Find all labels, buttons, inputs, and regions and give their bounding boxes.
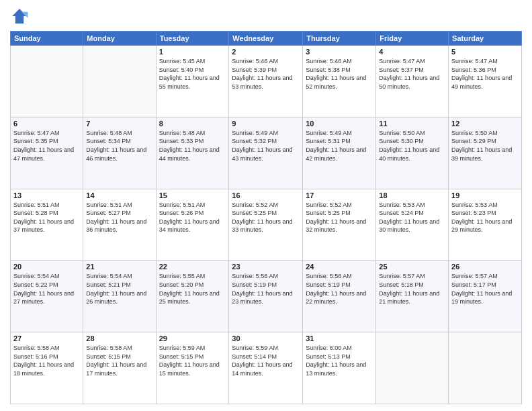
day-info: Sunrise: 5:54 AM Sunset: 5:21 PM Dayligh… <box>86 272 152 306</box>
day-info: Sunrise: 5:48 AM Sunset: 5:33 PM Dayligh… <box>159 129 226 163</box>
day-cell-19: 19Sunrise: 5:53 AM Sunset: 5:23 PM Dayli… <box>449 189 522 261</box>
col-header-friday: Friday <box>376 32 449 46</box>
day-info: Sunrise: 5:54 AM Sunset: 5:22 PM Dayligh… <box>13 272 80 306</box>
day-number: 31 <box>306 334 373 342</box>
col-header-tuesday: Tuesday <box>156 32 229 46</box>
day-number: 15 <box>159 191 226 199</box>
empty-cell <box>83 46 156 118</box>
day-cell-31: 31Sunrise: 6:00 AM Sunset: 5:13 PM Dayli… <box>303 332 376 404</box>
day-info: Sunrise: 5:48 AM Sunset: 5:34 PM Dayligh… <box>86 129 152 163</box>
day-info: Sunrise: 5:47 AM Sunset: 5:35 PM Dayligh… <box>13 129 80 163</box>
day-number: 14 <box>86 191 152 199</box>
day-cell-23: 23Sunrise: 5:56 AM Sunset: 5:19 PM Dayli… <box>229 261 303 332</box>
day-number: 16 <box>232 191 300 199</box>
day-number: 10 <box>306 120 373 128</box>
day-cell-18: 18Sunrise: 5:53 AM Sunset: 5:24 PM Dayli… <box>376 189 449 261</box>
day-cell-13: 13Sunrise: 5:51 AM Sunset: 5:28 PM Dayli… <box>11 189 83 261</box>
svg-marker-0 <box>12 9 27 24</box>
day-cell-3: 3Sunrise: 5:46 AM Sunset: 5:38 PM Daylig… <box>303 46 376 118</box>
day-cell-30: 30Sunrise: 5:59 AM Sunset: 5:14 PM Dayli… <box>229 332 303 404</box>
col-header-saturday: Saturday <box>449 32 522 46</box>
day-info: Sunrise: 5:58 AM Sunset: 5:15 PM Dayligh… <box>86 344 152 377</box>
day-number: 28 <box>86 334 152 342</box>
day-cell-21: 21Sunrise: 5:54 AM Sunset: 5:21 PM Dayli… <box>83 261 156 332</box>
day-cell-4: 4Sunrise: 5:47 AM Sunset: 5:37 PM Daylig… <box>376 46 449 118</box>
col-header-wednesday: Wednesday <box>229 32 303 46</box>
day-info: Sunrise: 5:51 AM Sunset: 5:28 PM Dayligh… <box>13 201 80 234</box>
day-number: 24 <box>306 263 373 271</box>
day-number: 21 <box>86 263 152 271</box>
day-number: 30 <box>232 334 300 342</box>
day-cell-12: 12Sunrise: 5:50 AM Sunset: 5:29 PM Dayli… <box>449 117 522 189</box>
day-cell-8: 8Sunrise: 5:48 AM Sunset: 5:33 PM Daylig… <box>156 117 229 189</box>
day-number: 12 <box>451 120 519 128</box>
day-info: Sunrise: 5:49 AM Sunset: 5:31 PM Dayligh… <box>306 129 373 163</box>
day-info: Sunrise: 5:56 AM Sunset: 5:19 PM Dayligh… <box>306 272 373 306</box>
day-cell-24: 24Sunrise: 5:56 AM Sunset: 5:19 PM Dayli… <box>303 261 376 332</box>
day-cell-7: 7Sunrise: 5:48 AM Sunset: 5:34 PM Daylig… <box>83 117 156 189</box>
day-info: Sunrise: 5:47 AM Sunset: 5:37 PM Dayligh… <box>379 57 445 91</box>
day-info: Sunrise: 5:52 AM Sunset: 5:25 PM Dayligh… <box>232 201 300 234</box>
day-cell-22: 22Sunrise: 5:55 AM Sunset: 5:20 PM Dayli… <box>156 261 229 332</box>
day-number: 9 <box>232 120 300 128</box>
day-number: 1 <box>159 48 226 56</box>
day-info: Sunrise: 5:53 AM Sunset: 5:24 PM Dayligh… <box>379 201 445 234</box>
day-info: Sunrise: 5:52 AM Sunset: 5:25 PM Dayligh… <box>306 201 373 234</box>
calendar-table: SundayMondayTuesdayWednesdayThursdayFrid… <box>10 31 522 404</box>
day-info: Sunrise: 5:49 AM Sunset: 5:32 PM Dayligh… <box>232 129 300 163</box>
day-cell-14: 14Sunrise: 5:51 AM Sunset: 5:27 PM Dayli… <box>83 189 156 261</box>
day-number: 29 <box>159 334 226 342</box>
day-number: 23 <box>232 263 300 271</box>
day-cell-6: 6Sunrise: 5:47 AM Sunset: 5:35 PM Daylig… <box>11 117 83 189</box>
day-info: Sunrise: 5:46 AM Sunset: 5:38 PM Dayligh… <box>306 57 373 91</box>
col-header-thursday: Thursday <box>303 32 376 46</box>
day-cell-27: 27Sunrise: 5:58 AM Sunset: 5:16 PM Dayli… <box>11 332 83 404</box>
day-info: Sunrise: 5:51 AM Sunset: 5:27 PM Dayligh… <box>86 201 152 234</box>
day-info: Sunrise: 5:51 AM Sunset: 5:26 PM Dayligh… <box>159 201 226 234</box>
day-cell-1: 1Sunrise: 5:45 AM Sunset: 5:40 PM Daylig… <box>156 46 229 118</box>
day-cell-25: 25Sunrise: 5:57 AM Sunset: 5:18 PM Dayli… <box>376 261 449 332</box>
day-number: 19 <box>451 191 519 199</box>
day-info: Sunrise: 5:45 AM Sunset: 5:40 PM Dayligh… <box>159 57 226 91</box>
day-number: 18 <box>379 191 445 199</box>
day-number: 27 <box>13 334 80 342</box>
logo-icon <box>10 7 29 26</box>
day-info: Sunrise: 5:56 AM Sunset: 5:19 PM Dayligh… <box>232 272 300 306</box>
day-info: Sunrise: 5:55 AM Sunset: 5:20 PM Dayligh… <box>159 272 226 306</box>
day-cell-5: 5Sunrise: 5:47 AM Sunset: 5:36 PM Daylig… <box>449 46 522 118</box>
day-number: 3 <box>306 48 373 56</box>
day-number: 6 <box>13 120 80 128</box>
day-cell-9: 9Sunrise: 5:49 AM Sunset: 5:32 PM Daylig… <box>229 117 303 189</box>
day-cell-15: 15Sunrise: 5:51 AM Sunset: 5:26 PM Dayli… <box>156 189 229 261</box>
day-number: 7 <box>86 120 152 128</box>
day-info: Sunrise: 5:53 AM Sunset: 5:23 PM Dayligh… <box>451 201 519 234</box>
day-info: Sunrise: 5:59 AM Sunset: 5:15 PM Dayligh… <box>159 344 226 377</box>
day-cell-26: 26Sunrise: 5:57 AM Sunset: 5:17 PM Dayli… <box>449 261 522 332</box>
day-number: 2 <box>232 48 300 56</box>
day-cell-20: 20Sunrise: 5:54 AM Sunset: 5:22 PM Dayli… <box>11 261 83 332</box>
day-cell-29: 29Sunrise: 5:59 AM Sunset: 5:15 PM Dayli… <box>156 332 229 404</box>
day-info: Sunrise: 6:00 AM Sunset: 5:13 PM Dayligh… <box>306 344 373 377</box>
day-cell-17: 17Sunrise: 5:52 AM Sunset: 5:25 PM Dayli… <box>303 189 376 261</box>
day-number: 20 <box>13 263 80 271</box>
day-number: 5 <box>451 48 519 56</box>
day-info: Sunrise: 5:50 AM Sunset: 5:30 PM Dayligh… <box>379 129 445 163</box>
day-info: Sunrise: 5:57 AM Sunset: 5:18 PM Dayligh… <box>379 272 445 306</box>
day-info: Sunrise: 5:50 AM Sunset: 5:29 PM Dayligh… <box>451 129 519 163</box>
day-info: Sunrise: 5:59 AM Sunset: 5:14 PM Dayligh… <box>232 344 300 377</box>
day-number: 13 <box>13 191 80 199</box>
empty-cell <box>11 46 83 118</box>
empty-cell <box>449 332 522 404</box>
day-info: Sunrise: 5:46 AM Sunset: 5:39 PM Dayligh… <box>232 57 300 91</box>
day-cell-16: 16Sunrise: 5:52 AM Sunset: 5:25 PM Dayli… <box>229 189 303 261</box>
day-number: 11 <box>379 120 445 128</box>
day-info: Sunrise: 5:57 AM Sunset: 5:17 PM Dayligh… <box>451 272 519 306</box>
col-header-sunday: Sunday <box>11 32 83 46</box>
empty-cell <box>376 332 449 404</box>
logo <box>10 7 32 26</box>
day-number: 8 <box>159 120 226 128</box>
col-header-monday: Monday <box>83 32 156 46</box>
day-number: 22 <box>159 263 226 271</box>
day-number: 25 <box>379 263 445 271</box>
day-number: 26 <box>451 263 519 271</box>
